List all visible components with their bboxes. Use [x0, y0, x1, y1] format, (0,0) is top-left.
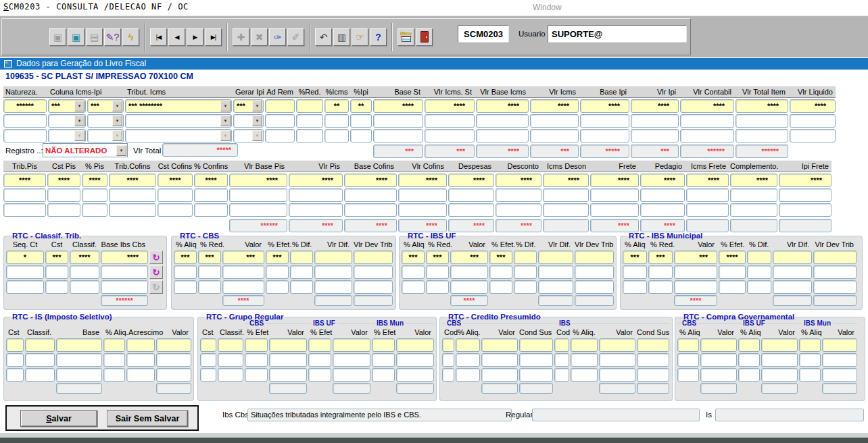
field[interactable]: [456, 338, 480, 352]
field[interactable]: ****: [640, 174, 685, 187]
field[interactable]: [426, 280, 449, 294]
field[interactable]: [489, 265, 512, 279]
field[interactable]: [590, 188, 639, 202]
field[interactable]: [198, 265, 221, 279]
field[interactable]: [194, 188, 228, 202]
help-button[interactable]: ?: [370, 28, 387, 46]
field[interactable]: [70, 280, 99, 294]
field[interactable]: ****: [229, 174, 287, 187]
field[interactable]: ▼: [48, 129, 86, 142]
field[interactable]: [571, 338, 598, 352]
field[interactable]: ****: [730, 174, 777, 187]
field[interactable]: [289, 203, 343, 217]
field-help-button[interactable]: ✎?: [104, 28, 121, 46]
screen-button[interactable]: ▣: [68, 28, 85, 46]
exit-button[interactable]: [416, 28, 433, 46]
field[interactable]: [543, 188, 589, 202]
field[interactable]: [571, 368, 598, 382]
field[interactable]: ****: [289, 174, 343, 187]
refresh-icon[interactable]: ↻: [149, 251, 163, 264]
field[interactable]: [680, 129, 734, 142]
field[interactable]: [103, 368, 125, 382]
field[interactable]: [200, 353, 216, 367]
field[interactable]: *** ********▼: [125, 99, 232, 113]
field[interactable]: [265, 129, 295, 142]
field[interactable]: [373, 129, 423, 142]
field[interactable]: [200, 368, 216, 382]
field[interactable]: [290, 265, 313, 279]
field[interactable]: [677, 353, 699, 367]
field[interactable]: [674, 280, 717, 294]
field[interactable]: [56, 353, 102, 367]
field[interactable]: [599, 338, 635, 352]
field[interactable]: [101, 265, 148, 279]
field[interactable]: ▼: [87, 114, 124, 128]
field[interactable]: ****: [3, 174, 46, 187]
field[interactable]: [3, 129, 47, 142]
field[interactable]: [476, 114, 529, 128]
field[interactable]: *: [6, 251, 44, 264]
field[interactable]: [730, 188, 777, 202]
field[interactable]: [70, 265, 99, 279]
keys-button[interactable]: ☞: [352, 28, 368, 46]
field[interactable]: [514, 280, 537, 294]
field[interactable]: ****: [543, 174, 589, 187]
field[interactable]: [700, 338, 737, 352]
dropdown-arrow-icon[interactable]: ▼: [74, 115, 85, 126]
delete-record-button[interactable]: ✖: [251, 28, 268, 46]
field[interactable]: [580, 114, 629, 128]
field[interactable]: [308, 368, 331, 382]
field[interactable]: [648, 265, 673, 279]
registro-combo[interactable]: NÃO ALTERADO ▼: [43, 143, 128, 157]
field[interactable]: ****: [373, 99, 423, 113]
field[interactable]: [640, 203, 685, 217]
insert-record-button[interactable]: ✚: [233, 28, 249, 46]
field[interactable]: [538, 265, 573, 279]
field[interactable]: [296, 99, 323, 113]
field[interactable]: ***: [174, 251, 197, 264]
field[interactable]: ▼: [125, 114, 232, 128]
field[interactable]: ****: [47, 174, 80, 187]
field[interactable]: [813, 280, 857, 294]
field[interactable]: [514, 265, 537, 279]
field[interactable]: [813, 251, 857, 264]
field[interactable]: [448, 203, 494, 217]
field[interactable]: [372, 353, 395, 367]
field[interactable]: [738, 353, 760, 367]
clipboard-button[interactable]: ▥: [333, 28, 350, 46]
field[interactable]: [530, 114, 579, 128]
field[interactable]: [543, 203, 589, 217]
field[interactable]: [126, 353, 155, 367]
field[interactable]: [456, 353, 480, 367]
field[interactable]: ****: [70, 251, 99, 264]
field[interactable]: [680, 114, 734, 128]
field[interactable]: [174, 265, 197, 279]
field[interactable]: ****: [680, 99, 734, 113]
field[interactable]: [82, 203, 107, 217]
field[interactable]: [269, 338, 307, 352]
field[interactable]: [736, 129, 788, 142]
field[interactable]: ****: [158, 174, 193, 187]
field[interactable]: [442, 338, 454, 352]
field[interactable]: [290, 251, 313, 264]
field[interactable]: [398, 203, 447, 217]
field[interactable]: [677, 368, 699, 382]
field[interactable]: [761, 338, 798, 352]
field[interactable]: [373, 114, 423, 128]
field[interactable]: [773, 251, 812, 264]
field[interactable]: [623, 265, 647, 279]
field[interactable]: [25, 353, 55, 367]
field[interactable]: [333, 368, 370, 382]
field[interactable]: [481, 368, 518, 382]
field[interactable]: [779, 188, 831, 202]
field[interactable]: [6, 338, 24, 352]
field[interactable]: ***▼: [87, 99, 124, 113]
field[interactable]: [265, 114, 295, 128]
field[interactable]: [314, 251, 352, 264]
undo-button[interactable]: ↶: [315, 28, 332, 46]
field[interactable]: [637, 353, 669, 367]
field[interactable]: ***: [450, 251, 488, 264]
field[interactable]: [308, 338, 331, 352]
field[interactable]: [156, 338, 191, 352]
field[interactable]: [103, 353, 125, 367]
